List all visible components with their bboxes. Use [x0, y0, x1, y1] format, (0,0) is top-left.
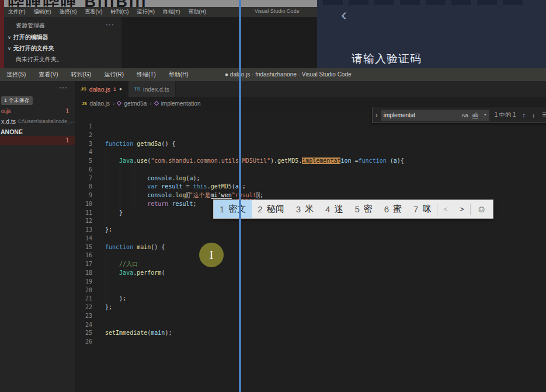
ime-candidate[interactable]: 4迷: [319, 200, 349, 218]
menu-item[interactable]: 文件(F): [4, 8, 30, 16]
line-number[interactable]: 8: [75, 183, 92, 191]
line-number[interactable]: 13: [75, 226, 92, 235]
code-line[interactable]: 23: [75, 312, 546, 321]
ime-candidate[interactable]: 7咪: [408, 200, 437, 218]
whole-word-icon[interactable]: ab: [472, 111, 479, 118]
menu-item[interactable]: 帮助(H): [162, 71, 195, 79]
find-in-selection-icon[interactable]: ☰: [542, 111, 546, 119]
ime-next-page-icon[interactable]: >: [454, 205, 470, 214]
code-line[interactable]: 6: [75, 166, 546, 174]
code-line[interactable]: 1: [75, 123, 546, 131]
more-actions-icon[interactable]: ···: [59, 83, 68, 92]
code-line[interactable]: 15function main() {: [75, 243, 546, 252]
line-number[interactable]: 23: [75, 312, 92, 321]
code-line[interactable]: 9 console.log("这个是mi'wen"result);: [75, 191, 546, 200]
code-line[interactable]: 8 var result = this.getMD5(a);: [75, 183, 546, 191]
menu-item[interactable]: 运行(R): [98, 71, 130, 79]
line-number[interactable]: 10: [75, 200, 92, 209]
menu-item[interactable]: 转到(G): [65, 71, 98, 79]
breadcrumb-item[interactable]: implementation: [161, 100, 201, 107]
code-line[interactable]: 24: [75, 321, 546, 330]
open-editor-item[interactable]: o.js1: [0, 106, 75, 116]
code-line[interactable]: 14: [75, 235, 546, 243]
menu-item[interactable]: 选择(S): [0, 71, 32, 79]
back-chevron-icon[interactable]: ‹: [341, 6, 347, 23]
code-line[interactable]: 17 //入口: [75, 260, 546, 269]
code-line[interactable]: 21 );: [75, 295, 546, 303]
tab-dalao.js[interactable]: JSdalao.js1●: [75, 81, 128, 97]
line-number[interactable]: 24: [75, 321, 92, 330]
tab-index.d.ts[interactable]: TSindex.d.ts: [128, 81, 176, 97]
menu-item[interactable]: 编辑(E): [30, 8, 55, 16]
line-number[interactable]: 22: [75, 303, 92, 312]
code-editor[interactable]: 123function getmd5a() {45 Java.use("com.…: [75, 110, 546, 392]
line-number[interactable]: 16: [75, 251, 92, 260]
menu-item[interactable]: 终端(T): [130, 71, 162, 79]
breadcrumb-item[interactable]: getmd5a: [124, 100, 147, 107]
ime-candidate[interactable]: 6蜜: [378, 200, 408, 218]
open-editor-item[interactable]: x.d.tsC:\Users\xiaobai\node_...: [0, 117, 75, 126]
line-number[interactable]: 15: [75, 243, 92, 252]
ime-prev-page-icon[interactable]: <: [437, 205, 454, 214]
line-number[interactable]: 17: [75, 260, 92, 269]
code-line[interactable]: 13};: [75, 226, 546, 235]
menu-item[interactable]: 查看(V): [32, 71, 64, 79]
code-line[interactable]: 22};: [75, 303, 546, 312]
ime-candidate[interactable]: 3米: [290, 200, 319, 218]
dirty-indicator-icon[interactable]: ●: [119, 86, 122, 92]
line-number[interactable]: 4: [75, 148, 92, 157]
menu-item[interactable]: 转到(G): [107, 8, 133, 16]
line-number[interactable]: 2: [75, 131, 92, 140]
code-line[interactable]: 16: [75, 251, 546, 260]
ime-candidate[interactable]: 2秘闻: [252, 200, 290, 218]
folder-section-header[interactable]: ANONE: [1, 128, 23, 135]
line-number[interactable]: 25: [75, 329, 92, 338]
code-line[interactable]: 18 Java.perform(: [75, 269, 546, 278]
menu-item[interactable]: 终端(T): [159, 8, 185, 16]
line-number[interactable]: 6: [75, 166, 92, 174]
code-line[interactable]: 4: [75, 148, 546, 157]
code-line[interactable]: 3function getmd5a() {: [75, 140, 546, 149]
regex-icon[interactable]: .*: [482, 112, 486, 118]
code-line[interactable]: 5 Java.use("com.shandui.common.utils.MD5…: [75, 157, 546, 166]
menu-item[interactable]: 运行(R): [133, 8, 159, 16]
line-number[interactable]: 19: [75, 278, 92, 286]
chevron-down-icon: ∨: [8, 46, 11, 51]
line-number[interactable]: 26: [75, 338, 92, 346]
more-actions-icon[interactable]: ···: [106, 20, 114, 29]
match-case-icon[interactable]: Aa: [461, 112, 468, 118]
menu-item[interactable]: 选择(S): [55, 8, 81, 16]
line-number[interactable]: 1: [75, 123, 92, 131]
line-number[interactable]: 21: [75, 295, 92, 303]
menu-item[interactable]: 帮助(H): [185, 8, 211, 16]
find-input[interactable]: implementat Aa ab .*: [381, 110, 489, 121]
code-line[interactable]: 2: [75, 131, 546, 140]
line-number[interactable]: 5: [75, 157, 92, 166]
line-number[interactable]: 14: [75, 235, 92, 243]
selected-file-row[interactable]: 1: [0, 136, 75, 145]
vertical-divider-line[interactable]: [239, 0, 241, 392]
line-number[interactable]: 7: [75, 174, 92, 183]
code-line[interactable]: 7 console.log(a);: [75, 174, 546, 183]
line-number[interactable]: 18: [75, 269, 92, 278]
line-number[interactable]: 11: [75, 209, 92, 218]
explorer-section[interactable]: ∨打开的编辑器: [8, 33, 48, 41]
code-line[interactable]: 25setImmediate(main);: [75, 329, 546, 338]
explorer-section[interactable]: ∨无打开的文件夹: [8, 44, 54, 52]
emoji-picker-icon[interactable]: ☺: [471, 204, 493, 215]
find-next-icon[interactable]: ↓: [532, 111, 535, 118]
breadcrumb-item[interactable]: dalao.js: [90, 100, 110, 107]
line-number[interactable]: 20: [75, 286, 92, 295]
find-previous-icon[interactable]: ↑: [522, 111, 526, 118]
line-number[interactable]: 9: [75, 191, 92, 200]
menu-item[interactable]: 查看(V): [81, 8, 107, 16]
breadcrumb-separator-icon: ›: [113, 100, 114, 107]
find-collapse-icon[interactable]: ›: [375, 111, 378, 118]
code-line[interactable]: 19: [75, 278, 546, 286]
line-number[interactable]: 3: [75, 140, 92, 149]
ime-candidate[interactable]: 1密文: [214, 200, 252, 218]
code-line[interactable]: 20: [75, 286, 546, 295]
code-line[interactable]: 26: [75, 338, 546, 346]
line-number[interactable]: 12: [75, 217, 92, 226]
ime-candidate[interactable]: 5密: [349, 200, 378, 218]
